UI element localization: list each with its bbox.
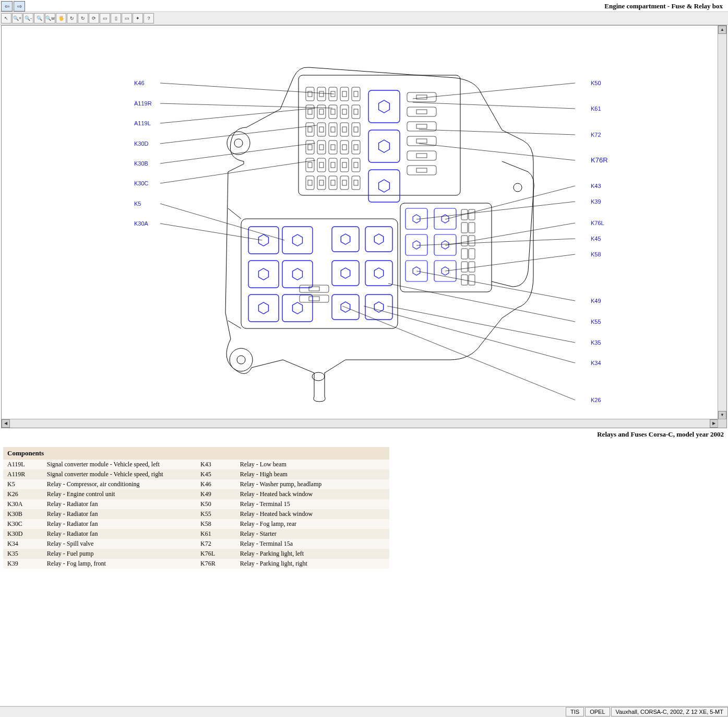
svg-rect-56 bbox=[342, 162, 347, 168]
svg-marker-102 bbox=[341, 268, 350, 278]
svg-rect-113 bbox=[405, 234, 427, 255]
svg-point-1 bbox=[234, 139, 243, 147]
svg-rect-15 bbox=[340, 87, 349, 101]
component-code: K76R bbox=[196, 559, 236, 569]
tool-button-8[interactable]: ⟳ bbox=[89, 13, 99, 23]
svg-rect-75 bbox=[407, 136, 436, 146]
svg-rect-27 bbox=[352, 105, 360, 119]
svg-rect-129 bbox=[461, 249, 468, 259]
component-code: K39 bbox=[3, 559, 43, 569]
svg-rect-64 bbox=[331, 180, 335, 185]
svg-rect-95 bbox=[282, 261, 313, 288]
component-code: K30C bbox=[3, 519, 43, 529]
table-row: K35Relay - Fuel pumpK76LRelay - Parking … bbox=[3, 549, 389, 559]
vertical-scrollbar[interactable]: ▲ ▼ bbox=[718, 26, 726, 419]
component-desc: Relay - Radiator fan bbox=[43, 519, 196, 529]
svg-rect-37 bbox=[352, 123, 360, 136]
svg-rect-12 bbox=[319, 91, 324, 97]
tool-button-5[interactable]: 🖐 bbox=[56, 13, 66, 23]
svg-rect-50 bbox=[308, 162, 312, 168]
table-row: K30ARelay - Radiator fanK50Relay - Termi… bbox=[3, 499, 389, 509]
tool-button-3[interactable]: 🔍 bbox=[34, 13, 44, 23]
svg-marker-110 bbox=[374, 302, 383, 312]
svg-text:K76L: K76L bbox=[591, 220, 604, 226]
tool-button-9[interactable]: ▭ bbox=[100, 13, 110, 23]
svg-rect-36 bbox=[342, 127, 347, 132]
tool-button-6[interactable]: ↻ bbox=[67, 13, 77, 23]
svg-marker-92 bbox=[259, 302, 269, 314]
svg-rect-138 bbox=[309, 297, 319, 301]
page-title: Engine compartment - Fuse & Relay box bbox=[604, 2, 725, 10]
svg-rect-18 bbox=[354, 91, 358, 97]
tool-button-0[interactable]: ↖ bbox=[1, 13, 11, 23]
scroll-left-icon[interactable]: ◀ bbox=[2, 419, 10, 428]
component-code: K72 bbox=[196, 539, 236, 549]
svg-rect-72 bbox=[416, 110, 427, 114]
svg-rect-101 bbox=[332, 261, 359, 286]
svg-rect-58 bbox=[354, 162, 358, 168]
tool-button-2[interactable]: 🔍- bbox=[23, 13, 33, 23]
svg-rect-25 bbox=[340, 105, 349, 119]
component-desc: Relay - Radiator fan bbox=[43, 499, 196, 509]
component-code: K26 bbox=[3, 489, 43, 499]
svg-marker-82 bbox=[379, 100, 390, 113]
svg-marker-104 bbox=[341, 302, 350, 312]
svg-text:K39: K39 bbox=[591, 198, 601, 205]
svg-text:A119R: A119R bbox=[134, 100, 152, 107]
svg-rect-21 bbox=[317, 105, 326, 119]
component-code: K5 bbox=[3, 479, 43, 489]
svg-text:K50: K50 bbox=[591, 80, 601, 86]
svg-rect-46 bbox=[342, 145, 347, 150]
component-code: K58 bbox=[196, 519, 236, 529]
tool-button-7[interactable]: ↻ bbox=[78, 13, 88, 23]
tool-button-10[interactable]: ▯ bbox=[111, 13, 121, 23]
component-code: K30A bbox=[3, 499, 43, 509]
tool-button-12[interactable]: ✦ bbox=[133, 13, 143, 23]
svg-rect-80 bbox=[416, 168, 427, 172]
svg-rect-30 bbox=[308, 127, 312, 132]
svg-rect-53 bbox=[329, 158, 337, 172]
svg-rect-51 bbox=[317, 158, 326, 172]
diagram-canvas[interactable]: K46A119RA119LK30DK30BK30CK5K30A K50K61K7… bbox=[2, 26, 718, 419]
svg-rect-117 bbox=[434, 208, 456, 229]
horizontal-scrollbar[interactable]: ◀ ▶ bbox=[2, 419, 718, 428]
tool-button-1[interactable]: 🔍+ bbox=[12, 13, 22, 23]
svg-rect-78 bbox=[416, 154, 427, 158]
svg-rect-61 bbox=[317, 176, 326, 190]
svg-text:A119L: A119L bbox=[134, 120, 151, 126]
tool-button-4[interactable]: 🔍w bbox=[45, 13, 55, 23]
component-code: A119L bbox=[3, 460, 43, 469]
svg-rect-22 bbox=[319, 109, 324, 114]
svg-text:K76R: K76R bbox=[591, 156, 608, 164]
svg-text:K30A: K30A bbox=[134, 220, 149, 227]
scroll-down-icon[interactable]: ▼ bbox=[718, 411, 726, 419]
svg-rect-41 bbox=[317, 140, 326, 154]
svg-rect-130 bbox=[469, 249, 475, 259]
back-button[interactable]: ⇦ bbox=[1, 1, 13, 11]
svg-rect-77 bbox=[407, 151, 436, 160]
tool-button-13[interactable]: ? bbox=[144, 13, 154, 23]
svg-marker-90 bbox=[259, 268, 269, 280]
forward-button[interactable]: ⇨ bbox=[14, 1, 25, 11]
svg-point-3 bbox=[237, 356, 245, 364]
svg-marker-100 bbox=[341, 234, 350, 244]
svg-rect-93 bbox=[282, 227, 313, 254]
svg-rect-97 bbox=[282, 295, 313, 322]
component-desc: Relay - Heated back window bbox=[236, 509, 389, 519]
svg-rect-83 bbox=[368, 130, 400, 162]
svg-rect-23 bbox=[329, 105, 337, 119]
svg-rect-10 bbox=[308, 91, 312, 97]
component-code: K43 bbox=[196, 460, 236, 469]
svg-rect-33 bbox=[329, 123, 337, 136]
component-code: K45 bbox=[196, 469, 236, 479]
component-desc: Relay - Parking light, left bbox=[236, 549, 389, 559]
component-desc: Relay - Fog lamp, front bbox=[43, 559, 196, 569]
component-desc: Relay - Terminal 15 bbox=[236, 499, 389, 509]
scroll-right-icon[interactable]: ▶ bbox=[710, 419, 718, 428]
component-code: K49 bbox=[196, 489, 236, 499]
svg-rect-91 bbox=[248, 295, 279, 322]
scroll-up-icon[interactable]: ▲ bbox=[718, 26, 726, 34]
svg-rect-35 bbox=[340, 123, 349, 136]
tool-button-11[interactable]: ▭ bbox=[122, 13, 132, 23]
svg-marker-114 bbox=[413, 241, 420, 249]
